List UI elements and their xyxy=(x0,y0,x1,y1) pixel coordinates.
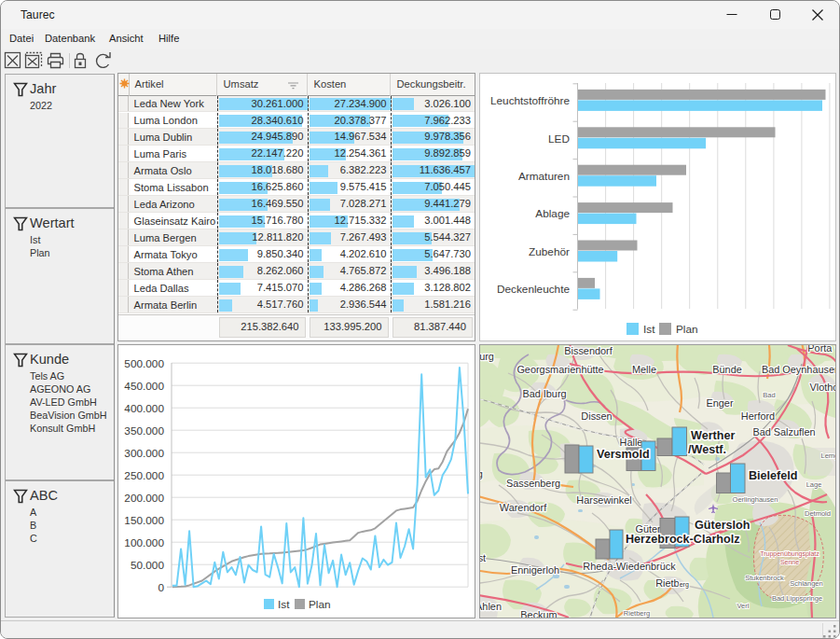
svg-text:Lemgo: Lemgo xyxy=(821,451,835,460)
svg-text:Bad Iburg: Bad Iburg xyxy=(522,388,566,399)
svg-text:Beckum: Beckum xyxy=(520,609,557,618)
svg-text:Ahlen: Ahlen xyxy=(480,601,502,612)
svg-text:Stukenbrock: Stukenbrock xyxy=(745,574,784,582)
svg-text:200.000: 200.000 xyxy=(124,492,164,505)
svg-text:Porta W: Porta W xyxy=(807,345,835,354)
svg-text:Georgsmarienhütte: Georgsmarienhütte xyxy=(516,364,603,375)
svg-text:150.000: 150.000 xyxy=(124,514,164,527)
svg-text:Werther: Werther xyxy=(691,429,735,442)
svg-text:Rheda-Wiedenbrück: Rheda-Wiedenbrück xyxy=(583,561,676,572)
svg-text:Bielefeld: Bielefeld xyxy=(749,469,798,482)
svg-text:100.000: 100.000 xyxy=(124,536,164,549)
svg-text:Halle: Halle xyxy=(620,437,643,448)
svg-text:urg: urg xyxy=(480,351,494,362)
svg-text:Oerlinghausen: Oerlinghausen xyxy=(733,495,778,504)
svg-text:300.000: 300.000 xyxy=(124,447,164,460)
svg-text:berg: berg xyxy=(480,468,483,479)
svg-text:Plan: Plan xyxy=(309,598,331,611)
svg-text:50.000: 50.000 xyxy=(131,559,165,572)
svg-text:Warendorf: Warendorf xyxy=(500,502,547,513)
svg-text:Enger: Enger xyxy=(706,397,733,409)
svg-text:400.000: 400.000 xyxy=(124,402,164,415)
svg-text:Bad Oeynhausen: Bad Oeynhausen xyxy=(762,364,835,375)
svg-text:Schlangen: Schlangen xyxy=(790,579,822,588)
svg-text:Detmold: Detmold xyxy=(805,509,831,518)
svg-text:Gütersloh: Gütersloh xyxy=(695,519,750,532)
svg-text:Leuchtstoffröhre: Leuchtstoffröhre xyxy=(490,94,570,107)
svg-text:250.000: 250.000 xyxy=(124,469,164,482)
svg-text:Dissen: Dissen xyxy=(581,410,612,422)
svg-text:Bünde: Bünde xyxy=(712,364,742,375)
svg-text:Harsewinkel: Harsewinkel xyxy=(576,494,631,506)
svg-text:Senne: Senne xyxy=(780,559,799,565)
svg-text:Herford: Herford xyxy=(741,410,775,422)
svg-text:Melle: Melle xyxy=(632,364,656,375)
svg-text:Deckenleuchte: Deckenleuchte xyxy=(497,283,570,296)
svg-text:450.000: 450.000 xyxy=(124,380,164,393)
svg-text:Rietberg: Rietberg xyxy=(624,609,650,618)
svg-text:Vlotho: Vlotho xyxy=(810,382,835,393)
svg-text:Herzebrock-Clarholz: Herzebrock-Clarholz xyxy=(626,533,739,546)
svg-text:Versmold: Versmold xyxy=(597,448,650,461)
svg-text:Truppenübungsplatz: Truppenübungsplatz xyxy=(760,550,819,558)
svg-text:Armaturen: Armaturen xyxy=(518,170,570,183)
svg-text:Ablage: Ablage xyxy=(535,207,570,220)
svg-text:Ist: Ist xyxy=(278,598,290,611)
svg-text:Lage: Lage xyxy=(806,480,822,489)
svg-text:500.000: 500.000 xyxy=(124,357,164,370)
svg-text:Zubehör: Zubehör xyxy=(529,245,570,258)
svg-text:Verl: Verl xyxy=(737,602,750,610)
svg-text:/Westf.: /Westf. xyxy=(688,443,726,456)
svg-text:Ist: Ist xyxy=(643,323,655,336)
svg-text:Plan: Plan xyxy=(676,323,698,336)
svg-text:0: 0 xyxy=(158,581,164,594)
svg-text:Bad Lippspringe: Bad Lippspringe xyxy=(772,594,822,603)
svg-text:horst: horst xyxy=(480,552,486,563)
svg-text:Bissendorf: Bissendorf xyxy=(564,345,613,356)
svg-text:Bad: Bad xyxy=(763,391,775,399)
svg-text:Bad Salzuflen: Bad Salzuflen xyxy=(752,426,815,438)
svg-text:Sassenberg: Sassenberg xyxy=(506,478,560,489)
svg-text:350.000: 350.000 xyxy=(124,424,164,438)
svg-text:Ennigerloh: Ennigerloh xyxy=(511,564,559,576)
svg-text:LED: LED xyxy=(548,132,570,146)
